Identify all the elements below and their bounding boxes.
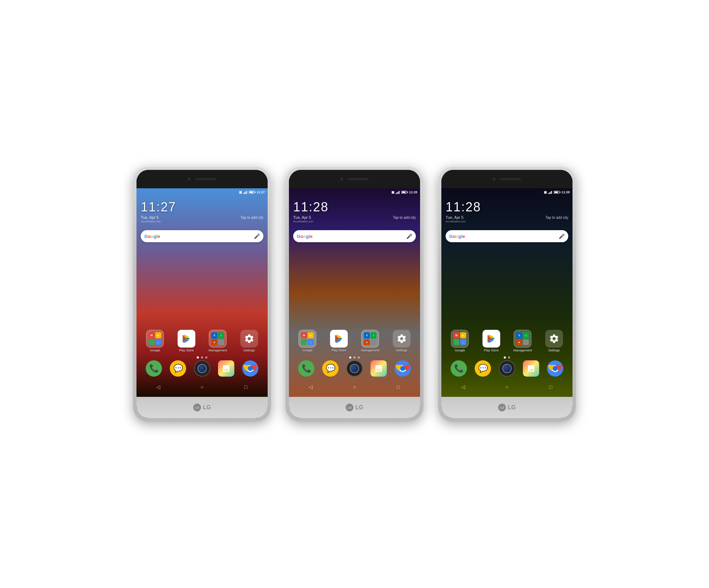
recents-button[interactable]: □ (545, 382, 556, 392)
status-bar: ▣ 11:27 (136, 188, 268, 196)
weather-widget[interactable]: 11:28 Tue, Apr 5 Tap to add city AccuWea… (441, 197, 573, 224)
back-button[interactable]: ◁ (458, 382, 469, 392)
signal-bars (548, 190, 552, 194)
accuweather-label: AccuWeather.com (446, 220, 568, 223)
app-item-play-store[interactable]: Play Store (479, 330, 503, 352)
chrome-icon[interactable] (395, 360, 411, 377)
home-button[interactable]: ○ (197, 382, 207, 392)
chrome-icon[interactable] (547, 360, 563, 377)
back-button[interactable]: ◁ (306, 382, 316, 392)
mgmt-cell-1: S (364, 332, 370, 339)
google-search-bar[interactable]: Google 🎤 (446, 230, 568, 242)
weather-widget[interactable]: 11:27 Tue, Apr 5 Tap to add city AccuWea… (136, 197, 268, 224)
weather-tap-to-add[interactable]: Tap to add city (393, 216, 416, 220)
gear-svg (244, 333, 255, 344)
lg-text: LG (355, 404, 363, 411)
app-item-settings[interactable]: Settings (390, 330, 414, 352)
maps-icon: 📍 (149, 339, 155, 345)
settings-icon (240, 330, 258, 348)
status-bar: ▣ 11:28 (441, 188, 573, 196)
signal-bar-2 (244, 192, 245, 194)
app-item-management[interactable]: S $ ■ Management (510, 330, 535, 352)
signal-bar-3 (550, 192, 551, 194)
accuweather-label: AccuWeather.com (293, 220, 416, 223)
weather-time: 11:27 (141, 200, 263, 215)
phone-device: ▣ 11:28 11:28 Tue, Apr 5 Tap to add city… (285, 166, 424, 422)
signal-bars (396, 190, 400, 194)
weather-widget[interactable]: 11:28 Tue, Apr 5 Tap to add city AccuWea… (289, 197, 420, 224)
app-item-settings[interactable]: Settings (237, 330, 261, 352)
gmail-icon: M (149, 332, 155, 338)
mgmt-cell-3: ■ (211, 339, 217, 345)
home-button[interactable]: ○ (349, 382, 360, 392)
messages-icon[interactable]: 💬 (475, 360, 491, 377)
battery-fill (250, 192, 253, 193)
camera-icon[interactable] (346, 360, 363, 377)
status-time: 11:28 (409, 190, 417, 194)
top-bezel (289, 170, 420, 188)
app-item-google[interactable]: M ▶ 📍 △ Google (448, 330, 472, 352)
top-bezel (441, 170, 573, 188)
gallery-svg (374, 364, 383, 373)
chrome-icon[interactable] (242, 360, 258, 377)
home-button[interactable]: ○ (502, 382, 512, 392)
navigation-bar: ◁○□ (441, 380, 573, 394)
mgmt-cell-2: $ (218, 332, 224, 339)
phone-icon[interactable]: 📞 (146, 360, 162, 377)
app-label: Management (208, 349, 227, 352)
gallery-icon[interactable] (370, 360, 387, 377)
google-search-bar[interactable]: Google 🎤 (141, 230, 263, 242)
gallery-icon[interactable] (218, 360, 234, 377)
camera-icon[interactable] (194, 360, 210, 377)
google-logo: Google (449, 234, 465, 239)
google-folder-icon: M ▶ 📍 △ (451, 330, 469, 348)
google-logo: Google (144, 234, 160, 239)
phone-screen: ▣ 11:28 11:28 Tue, Apr 5 Tap to add city… (289, 188, 420, 397)
app-item-play-store[interactable]: Play Store (174, 330, 199, 352)
recents-button[interactable]: □ (393, 382, 403, 392)
app-item-settings[interactable]: Settings (542, 330, 566, 352)
google-logo: Google (297, 234, 313, 239)
chrome-svg (395, 360, 411, 377)
app-label: Google (455, 349, 465, 352)
gallery-icon[interactable] (523, 360, 539, 377)
back-button[interactable]: ◁ (153, 382, 164, 392)
app-dock: 📞💬 (136, 359, 268, 378)
app-label: Settings (548, 349, 560, 352)
app-item-google[interactable]: M ▶ 📍 △ Google (295, 330, 319, 352)
lg-logo: LG LG (346, 404, 363, 411)
navigation-bar: ◁○□ (136, 380, 268, 394)
battery-icon (249, 191, 255, 194)
weather-tap-to-add[interactable]: Tap to add city (546, 216, 568, 220)
camera-icon[interactable] (499, 360, 515, 377)
mgmt-cell-1: S (211, 332, 217, 339)
messages-icon[interactable]: 💬 (170, 360, 186, 377)
app-label: Play Store (179, 349, 194, 352)
youtube-icon: ▶ (308, 332, 314, 338)
battery-icon (401, 191, 407, 194)
recents-button[interactable]: □ (240, 382, 251, 392)
app-item-management[interactable]: S $ ■ Management (358, 330, 382, 352)
camera-lens (350, 364, 359, 373)
app-item-play-store[interactable]: Play Store (327, 330, 351, 352)
messages-icon[interactable]: 💬 (322, 360, 339, 377)
app-label: Play Store (484, 349, 499, 352)
mgmt-cell-2: $ (523, 332, 529, 339)
phone-icon[interactable]: 📞 (451, 360, 467, 377)
mic-icon[interactable]: 🎤 (406, 233, 412, 239)
app-dock: 📞💬 (441, 359, 573, 378)
lg-logo: LG LG (498, 404, 515, 411)
bottom-bezel: LG LG (136, 397, 268, 418)
lg-circle-icon: LG (193, 404, 201, 411)
google-search-bar[interactable]: Google 🎤 (293, 230, 416, 242)
play-store-svg (334, 334, 344, 344)
camera-lens (502, 364, 512, 373)
mic-icon[interactable]: 🎤 (254, 233, 260, 239)
signal-bar-4 (399, 191, 400, 194)
app-item-management[interactable]: S $ ■ Management (206, 330, 230, 352)
mic-icon[interactable]: 🎤 (559, 233, 565, 239)
weather-tap-to-add[interactable]: Tap to add city (241, 216, 263, 220)
app-dock: 📞💬 (289, 359, 420, 378)
phone-icon[interactable]: 📞 (298, 360, 314, 377)
app-item-google[interactable]: M ▶ 📍 △ Google (143, 330, 167, 352)
